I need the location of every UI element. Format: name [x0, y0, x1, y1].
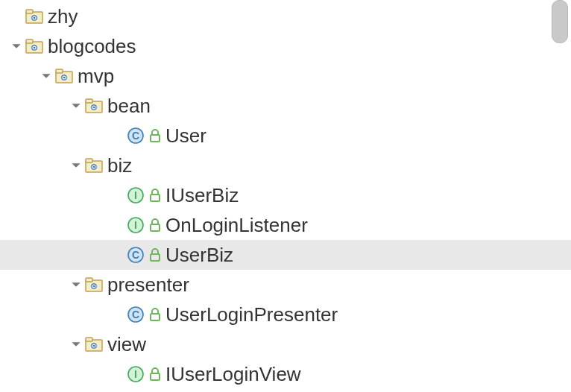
node-label: UserBiz: [165, 244, 233, 267]
lock-icon: [149, 308, 161, 321]
vertical-scrollbar[interactable]: [552, 0, 568, 43]
chevron-down-icon[interactable]: [37, 71, 55, 81]
lock-icon: [149, 218, 161, 232]
class-icon: C: [127, 246, 145, 264]
lock-icon: [149, 129, 161, 142]
node-label: OnLoginListener: [165, 214, 308, 237]
interface-icon: I: [127, 365, 145, 383]
package-icon: [85, 337, 103, 352]
interface-icon: I: [127, 186, 145, 204]
package-icon: [25, 9, 43, 24]
package-icon: [85, 277, 103, 292]
package-icon: [25, 39, 43, 54]
svg-rect-5: [26, 39, 33, 43]
class-icon: C: [127, 306, 145, 323]
package-icon: [85, 98, 103, 113]
package-icon: [55, 69, 73, 83]
chevron-down-icon[interactable]: [7, 41, 25, 51]
node-label: bean: [107, 95, 151, 118]
node-label: blogcodes: [48, 35, 136, 58]
tree-node-userbiz[interactable]: C UserBiz: [0, 240, 571, 270]
node-label: zhy: [48, 5, 78, 28]
node-label: IUserBiz: [165, 184, 239, 207]
tree-node-iuserbiz[interactable]: I IUserBiz: [0, 180, 571, 210]
tree-node-userloginpresenter[interactable]: C UserLoginPresenter: [0, 300, 571, 329]
node-label: mvp: [78, 65, 114, 88]
lock-icon: [149, 248, 161, 262]
svg-rect-40: [86, 338, 92, 341]
tree-node-presenter[interactable]: presenter: [0, 270, 571, 300]
tree-node-zhy[interactable]: zhy: [0, 1, 571, 31]
svg-text:I: I: [134, 219, 137, 231]
svg-rect-45: [151, 373, 160, 380]
tree-node-userloginactivity[interactable]: C UserLoginActivity: [0, 389, 571, 392]
tree-node-user[interactable]: C User: [0, 121, 571, 151]
project-tree[interactable]: zhy blogcodes: [0, 0, 571, 392]
svg-text:C: C: [132, 130, 139, 142]
svg-point-15: [93, 107, 95, 109]
lock-icon: [149, 367, 161, 381]
lock-icon: [149, 189, 161, 202]
tree-node-onloginlistener[interactable]: I OnLoginListener: [0, 210, 571, 240]
node-label: presenter: [107, 274, 189, 297]
svg-rect-31: [151, 254, 160, 261]
svg-rect-13: [86, 99, 92, 103]
svg-rect-20: [86, 159, 92, 162]
svg-rect-18: [151, 135, 160, 142]
svg-point-35: [93, 285, 95, 288]
tree-node-blogcodes[interactable]: blogcodes: [0, 31, 571, 61]
svg-rect-1: [26, 10, 33, 13]
svg-text:I: I: [134, 368, 137, 380]
svg-point-7: [34, 47, 36, 49]
chevron-down-icon[interactable]: [67, 101, 85, 111]
tree-node-bean[interactable]: bean: [0, 91, 571, 121]
interface-icon: I: [127, 216, 145, 234]
svg-text:C: C: [132, 309, 139, 320]
svg-rect-33: [86, 278, 92, 282]
svg-rect-25: [151, 195, 160, 201]
class-icon: C: [127, 127, 145, 145]
chevron-down-icon[interactable]: [67, 339, 85, 350]
svg-text:I: I: [134, 189, 137, 201]
svg-point-3: [34, 17, 36, 19]
tree-node-view[interactable]: view: [0, 329, 571, 359]
tree-node-iuserloginview[interactable]: I IUserLoginView: [0, 359, 571, 389]
package-icon: [85, 158, 103, 173]
node-label: view: [107, 333, 146, 356]
node-label: IUserLoginView: [165, 363, 301, 386]
chevron-down-icon[interactable]: [67, 279, 85, 290]
node-label: User: [165, 124, 206, 148]
node-label: UserLoginPresenter: [165, 303, 338, 326]
tree-node-mvp[interactable]: mvp: [0, 61, 571, 91]
svg-rect-9: [56, 69, 63, 73]
tree-node-biz[interactable]: biz: [0, 151, 571, 180]
chevron-down-icon[interactable]: [67, 160, 85, 171]
svg-point-22: [93, 166, 95, 168]
svg-point-42: [93, 345, 95, 347]
svg-text:C: C: [132, 249, 139, 261]
node-label: biz: [107, 154, 132, 177]
svg-point-11: [63, 77, 66, 79]
svg-rect-28: [151, 224, 160, 231]
svg-rect-38: [151, 314, 160, 320]
